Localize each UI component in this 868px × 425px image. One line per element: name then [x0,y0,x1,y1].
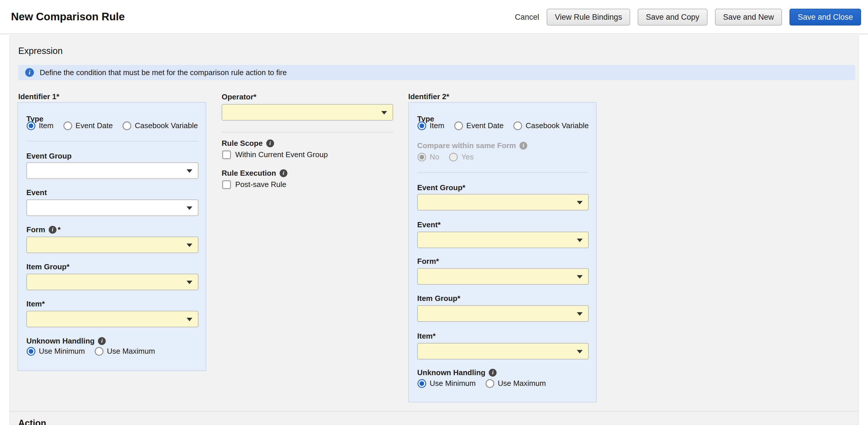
info-banner-text: Define the condition that must be met fo… [40,68,287,77]
identifier2-item-group-label: Item Group* [417,294,460,303]
radio-label: Casebook Variable [135,121,198,130]
form-info-icon[interactable]: i [49,226,57,234]
identifier2-type-item-radio[interactable]: Item [417,121,444,130]
radio-label: Item [39,121,54,130]
identifier1-event-label: Event [26,188,47,197]
identifier2-item-select[interactable] [417,343,589,360]
unknown-handling-info-icon[interactable]: i [489,369,497,376]
radio-icon [486,379,494,388]
view-rule-bindings-button[interactable]: View Rule Bindings [547,9,630,26]
identifier2-panel: Type Item Event Date Casebook Variable C… [408,102,596,402]
cancel-button[interactable]: Cancel [515,13,539,22]
checkbox-icon [222,180,231,189]
identifier2-use-minimum-radio[interactable]: Use Minimum [417,379,476,388]
label-text: Compare within same Form [417,141,516,150]
checkbox-icon [222,150,231,159]
identifier2-type-casebook-variable-radio[interactable]: Casebook Variable [514,121,589,130]
identifier2-unknown-handling-options: Use Minimum Use Maximum [417,379,546,388]
radio-icon [27,121,35,130]
radio-label: Yes [461,152,473,162]
identifier1-unknown-handling-label: Unknown Handling i [26,336,106,346]
identifier2-form-label: Form* [417,257,439,266]
rule-scope-info-icon[interactable]: i [266,139,274,147]
divider [417,172,589,173]
identifier2-use-maximum-radio[interactable]: Use Maximum [486,379,546,388]
rule-execution-label: Rule Execution i [222,168,287,178]
identifier1-form-label: Form i * [26,225,61,234]
operator-select[interactable] [222,104,393,121]
identifier1-event-group-select[interactable] [26,162,198,179]
header-bar: New Comparison Rule Cancel View Rule Bin… [0,0,868,34]
identifier1-item-select[interactable] [26,311,198,327]
compare-yes-radio: Yes [449,152,473,162]
operator-label: Operator* [222,92,256,102]
identifier1-type-options: Item Event Date Casebook Variable [27,121,198,130]
info-icon: i [25,68,34,77]
identifier2-form-select[interactable] [417,268,589,285]
required-star: * [58,225,61,234]
identifier1-item-group-select[interactable] [26,274,198,290]
radio-icon [449,153,458,162]
identifier2-event-group-label: Event Group* [417,183,465,192]
radio-label: Use Minimum [39,347,85,356]
label-text: Rule Execution [222,168,276,178]
identifier2-type-event-date-radio[interactable]: Event Date [454,121,504,130]
identifier1-item-group-label: Item Group* [26,262,69,271]
radio-label: Event Date [466,121,504,130]
radio-icon [95,347,103,356]
compare-within-same-form-options: No Yes [417,152,474,162]
label-text: Form [26,225,45,234]
label-text: Unknown Handling [26,336,94,346]
label-text: Unknown Handling [417,368,485,377]
radio-icon [27,347,35,356]
within-current-event-group-checkbox[interactable]: Within Current Event Group [222,150,328,159]
identifier1-event-group-label: Event Group [26,151,71,161]
radio-label: Event Date [75,121,113,130]
compare-within-same-form-info-icon: i [520,142,527,149]
post-save-rule-checkbox[interactable]: Post-save Rule [222,180,286,189]
radio-icon [63,121,72,130]
identifier1-event-select[interactable] [26,199,198,216]
save-and-new-button[interactable]: Save and New [715,9,782,26]
identifier2-event-select[interactable] [417,232,589,248]
radio-icon [514,121,522,130]
radio-icon [454,121,463,130]
identifier1-form-select[interactable] [26,236,198,253]
header-actions: Cancel View Rule Bindings Save and Copy … [515,0,861,34]
radio-label: Use Minimum [430,379,476,388]
identifier1-type-event-date-radio[interactable]: Event Date [63,121,113,130]
radio-label: Use Maximum [107,347,155,356]
action-section-title: Action [18,418,46,425]
identifier1-type-item-radio[interactable]: Item [27,121,54,130]
identifier2-item-label: Item* [417,331,436,341]
unknown-handling-info-icon[interactable]: i [98,337,106,345]
rule-execution-info-icon[interactable]: i [280,169,287,177]
label-text: Rule Scope [222,139,263,148]
compare-no-radio: No [417,152,439,162]
identifier1-title: Identifier 1* [18,92,59,101]
checkbox-label: Post-save Rule [235,180,286,189]
identifier2-event-group-select[interactable] [417,194,589,210]
identifier1-unknown-handling-options: Use Minimum Use Maximum [27,347,155,356]
save-and-copy-button[interactable]: Save and Copy [638,9,708,26]
identifier1-use-maximum-radio[interactable]: Use Maximum [95,347,155,356]
compare-within-same-form-label: Compare within same Form i [417,141,527,150]
radio-icon [417,379,426,388]
identifier2-unknown-handling-label: Unknown Handling i [417,368,497,377]
identifier1-panel: Type Item Event Date Casebook Variable E… [18,102,206,371]
radio-label: No [430,152,439,162]
radio-icon [417,153,426,162]
save-and-close-button[interactable]: Save and Close [789,9,861,26]
radio-label: Casebook Variable [526,121,589,130]
identifier1-use-minimum-radio[interactable]: Use Minimum [27,347,85,356]
radio-icon [123,121,131,130]
checkbox-label: Within Current Event Group [235,150,328,159]
radio-label: Use Maximum [498,379,546,388]
identifier2-type-options: Item Event Date Casebook Variable [417,121,589,130]
identifier2-item-group-select[interactable] [417,305,589,322]
divider [222,132,393,133]
radio-icon [417,121,426,130]
identifier1-type-casebook-variable-radio[interactable]: Casebook Variable [123,121,198,130]
identifier1-item-label: Item* [26,299,45,308]
new-comparison-rule-page: New Comparison Rule Cancel View Rule Bin… [0,0,868,425]
